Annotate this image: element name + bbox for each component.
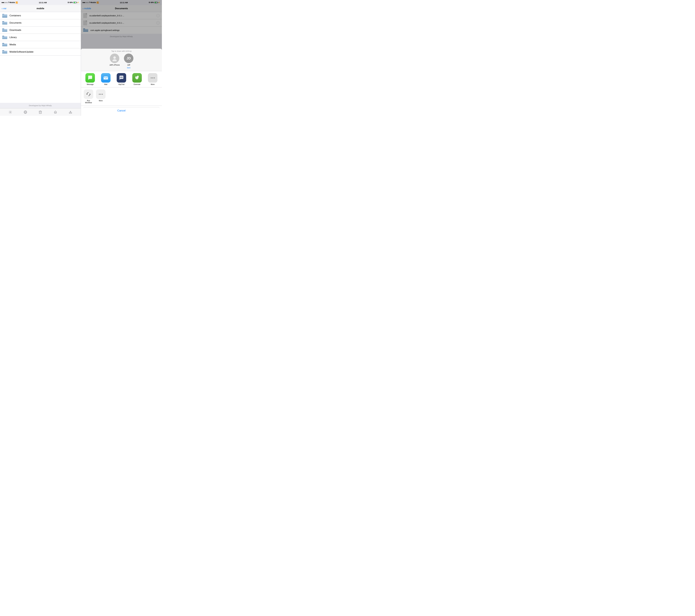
- jeff-avatar: JD: [124, 54, 133, 63]
- left-back-label: var: [3, 7, 6, 10]
- left-developer-credit: Developped by Majd Alfhaily.: [0, 103, 81, 108]
- file-item-library[interactable]: Library: [0, 34, 81, 41]
- share-app-message[interactable]: Message: [85, 73, 95, 85]
- file-name-mobilesoftwareupdate: MobileSoftwareUpdate: [10, 51, 34, 53]
- globe-toolbar-button[interactable]: [22, 109, 29, 115]
- svg-point-30: [121, 77, 122, 78]
- cancel-section: Cancel: [81, 106, 162, 116]
- share-app-evernote[interactable]: Evernote: [132, 73, 142, 85]
- left-back-button[interactable]: ‹ var: [2, 7, 6, 10]
- signal-dot-5: [7, 2, 8, 3]
- hipchat-app-icon: [117, 73, 126, 83]
- run-workflow-icon: [84, 89, 93, 99]
- signal-dot-2: [3, 2, 4, 3]
- more-action-dots: [99, 94, 103, 95]
- folder-icon-media: [2, 42, 7, 47]
- mail-app-icon: [101, 73, 111, 83]
- more-apps-label: More: [151, 84, 154, 85]
- folder-icon-documents: [2, 21, 7, 25]
- evernote-app-label: Evernote: [134, 84, 140, 85]
- more-action-dot-1: [99, 94, 100, 95]
- share-actions-row: RunWorkflow More: [81, 89, 162, 104]
- svg-rect-3: [2, 15, 7, 17]
- file-name-containers: Containers: [10, 14, 21, 17]
- battery-percent: 68%: [69, 2, 73, 3]
- left-time: 12:11 AM: [39, 2, 47, 4]
- folder-icon-downloads: [2, 28, 7, 32]
- mail-app-label: Mail: [104, 84, 107, 85]
- svg-point-31: [122, 77, 123, 78]
- file-name-documents: Documents: [10, 21, 21, 24]
- hipchat-app-label: HipChat: [118, 84, 124, 85]
- svg-rect-6: [2, 29, 7, 32]
- cancel-button[interactable]: Cancel: [83, 107, 160, 114]
- share-app-hipchat[interactable]: HipChat: [117, 73, 126, 85]
- jeff-name: Jeff: [127, 64, 130, 66]
- right-panel: T-Mobile 📶 12:11 AM B 68% ⚡ ‹ mobile Doc…: [81, 0, 162, 116]
- file-item-downloads[interactable]: Downloads: [0, 27, 81, 34]
- folder-icon-containers: [2, 14, 7, 18]
- airdrop-device-jeff[interactable]: JD Jeff Sent: [124, 54, 133, 69]
- airdrop-label: Tap to share with AirDrop: [81, 50, 162, 52]
- airdrop-section: Tap to share with AirDrop Jeff's iPhone: [81, 49, 162, 71]
- jeff-status: Sent: [127, 67, 131, 69]
- svg-rect-5: [2, 21, 4, 22]
- trash-toolbar-button[interactable]: [37, 109, 44, 115]
- jeffs-iphone-name: Jeff's iPhone: [109, 64, 120, 66]
- message-app-label: Message: [87, 84, 94, 85]
- left-carrier-status: T-Mobile 📶: [2, 2, 18, 4]
- file-item-documents[interactable]: Documents: [0, 19, 81, 27]
- evernote-app-icon: [132, 73, 142, 83]
- share-sheet-overlay: Tap to share with AirDrop Jeff's iPhone: [81, 0, 162, 116]
- file-name-downloads: Downloads: [10, 29, 21, 32]
- battery-fill: [74, 2, 75, 3]
- left-file-list: Containers Documents: [0, 12, 81, 103]
- file-name-library: Library: [10, 36, 17, 39]
- left-panel: T-Mobile 📶 12:11 AM B 68% ⚡ ‹ var mobile: [0, 0, 81, 116]
- charging-icon: ⚡: [77, 2, 79, 3]
- more-apps-dots: [151, 77, 155, 78]
- left-nav-bar: ‹ var mobile: [0, 5, 81, 12]
- downloads-toolbar-button[interactable]: [67, 109, 73, 115]
- svg-rect-12: [2, 51, 7, 54]
- share-apps-section: Message Mail: [81, 71, 162, 87]
- file-item-mobilesoftwareupdate[interactable]: MobileSoftwareUpdate: [0, 48, 81, 55]
- signal-dot-1: [2, 2, 3, 3]
- folder-icon-mobilesoftwareupdate: [2, 50, 7, 54]
- svg-point-26: [113, 56, 116, 59]
- signal-dots: [2, 2, 8, 3]
- home-toolbar-button[interactable]: [52, 109, 58, 115]
- more-dot-3: [154, 77, 155, 78]
- airdrop-devices: Jeff's iPhone JD Jeff Sent: [81, 54, 162, 70]
- share-apps-row: Message Mail: [81, 73, 162, 85]
- file-name-media: Media: [10, 43, 16, 46]
- share-action-run-workflow[interactable]: RunWorkflow: [84, 89, 93, 104]
- run-workflow-label: RunWorkflow: [85, 100, 92, 104]
- file-item-containers[interactable]: Containers: [0, 12, 81, 19]
- battery-container: [73, 2, 77, 3]
- left-right-status: B 68% ⚡: [68, 2, 79, 3]
- share-action-more[interactable]: More: [96, 89, 105, 104]
- share-sheet: Tap to share with AirDrop Jeff's iPhone: [81, 49, 162, 116]
- folder-icon-library: [2, 35, 7, 39]
- message-app-icon: [85, 73, 95, 83]
- svg-rect-10: [2, 43, 7, 46]
- airdrop-device-jeffs-iphone[interactable]: Jeff's iPhone: [109, 54, 120, 69]
- bluetooth-icon: B: [68, 2, 69, 3]
- file-item-media[interactable]: Media: [0, 41, 81, 48]
- more-action-label: More: [99, 100, 103, 102]
- signal-dot-4: [5, 2, 6, 3]
- jeff-initials: JD: [126, 56, 131, 60]
- svg-rect-11: [2, 43, 4, 44]
- share-actions-section: RunWorkflow More: [81, 87, 162, 106]
- wifi-icon: 📶: [16, 2, 18, 4]
- left-bottom-toolbar: [0, 108, 81, 116]
- signal-dot-3: [4, 2, 5, 3]
- settings-toolbar-button[interactable]: [7, 109, 13, 115]
- share-app-more-apps[interactable]: More: [148, 73, 157, 85]
- share-app-mail[interactable]: Mail: [101, 73, 111, 85]
- more-action-icon: [96, 89, 105, 99]
- more-dot-2: [152, 77, 153, 78]
- svg-point-27: [113, 59, 117, 61]
- battery-box: [73, 2, 77, 3]
